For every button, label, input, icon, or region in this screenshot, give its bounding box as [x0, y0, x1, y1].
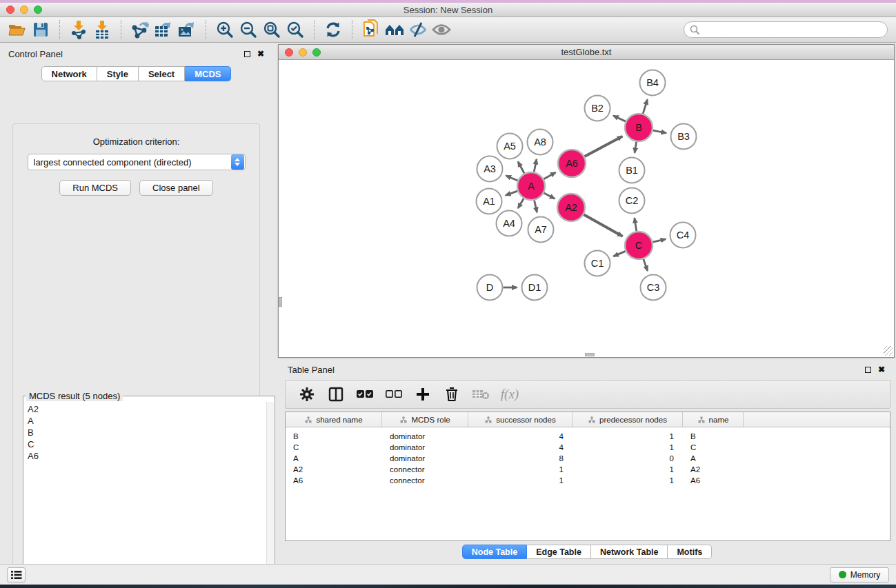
network-window-titlebar[interactable]: testGlobe.txt: [279, 45, 894, 60]
edge-B-B4[interactable]: [643, 99, 647, 114]
network-view-window: testGlobe.txt AA1A2A3A4A5A6A7A8BB1B2B3B4…: [278, 44, 895, 358]
edge-C-C3[interactable]: [644, 259, 648, 271]
edge-C-C4[interactable]: [653, 239, 666, 242]
column-header-successor-nodes[interactable]: successor nodes: [468, 412, 573, 427]
export-table-icon[interactable]: [152, 19, 175, 40]
edge-A-A5[interactable]: [518, 161, 524, 173]
result-item[interactable]: B: [25, 427, 265, 438]
network-minimize-button[interactable]: [299, 48, 307, 57]
copy-network-icon[interactable]: [359, 19, 383, 40]
import-table-icon[interactable]: [90, 19, 114, 40]
column-header-predecessor-nodes[interactable]: predecessor nodes: [573, 412, 683, 427]
edge-A-A1[interactable]: [506, 191, 517, 195]
table-cell: connector: [382, 476, 468, 485]
select-all-icon[interactable]: [352, 383, 378, 405]
network-canvas[interactable]: AA1A2A3A4A5A6A7A8BB1B2B3B4CC1C2C3C4DD1: [279, 60, 894, 356]
edge-B-B1[interactable]: [635, 142, 637, 153]
hide-details-icon[interactable]: [406, 19, 430, 40]
zoom-in-icon[interactable]: [213, 19, 237, 40]
close-window-button[interactable]: [6, 6, 14, 14]
table-row[interactable]: Bdominator41B: [286, 431, 890, 442]
minimize-window-button[interactable]: [20, 6, 28, 14]
table-cell: A6: [286, 476, 382, 485]
import-network-icon[interactable]: [67, 19, 90, 40]
edge-A-A4[interactable]: [518, 199, 524, 208]
edge-A2-C[interactable]: [584, 214, 622, 236]
result-scrollbar[interactable]: [266, 402, 274, 588]
search-input[interactable]: [684, 21, 888, 38]
column-header-label: MCDS role: [411, 416, 450, 424]
tab-style[interactable]: Style: [97, 66, 139, 81]
result-item[interactable]: C: [25, 438, 265, 450]
node-table[interactable]: shared nameMCDS rolesuccessor nodesprede…: [285, 412, 890, 541]
criterion-dropdown[interactable]: largest connected component (directed): [28, 154, 246, 170]
edge-A-A7[interactable]: [535, 200, 537, 212]
save-icon[interactable]: [29, 19, 52, 40]
app-titlebar: Session: New Session: [0, 3, 896, 17]
table-cell: A: [286, 454, 382, 463]
table-row[interactable]: Cdominator41C: [286, 442, 890, 453]
show-details-icon[interactable]: [430, 19, 453, 40]
edge-A6-B[interactable]: [585, 136, 623, 156]
table-cell: 1: [573, 476, 683, 485]
network-overview-icon[interactable]: [383, 19, 406, 40]
edge-A-A2[interactable]: [544, 193, 555, 199]
tab-node-table[interactable]: Node Table: [462, 545, 527, 559]
result-item[interactable]: A6: [25, 450, 265, 462]
gear-icon[interactable]: [294, 383, 320, 405]
horizontal-scroll-thumb[interactable]: [585, 353, 595, 356]
tab-edge-table[interactable]: Edge Table: [527, 545, 591, 559]
column-header-shared-name[interactable]: shared name: [286, 412, 382, 427]
delete-table-icon[interactable]: [468, 383, 494, 405]
tab-network[interactable]: Network: [41, 66, 97, 81]
memory-button[interactable]: Memory: [830, 567, 889, 582]
table-row[interactable]: Adominator80A: [286, 453, 890, 464]
zoom-selected-icon[interactable]: [283, 19, 307, 40]
edge-A-A3[interactable]: [506, 176, 518, 181]
graph-node-label: B4: [646, 77, 659, 88]
tab-select[interactable]: Select: [139, 66, 185, 81]
table-row[interactable]: A6connector11A6: [286, 475, 890, 486]
result-item[interactable]: A: [25, 415, 265, 427]
float-table-panel-icon[interactable]: [865, 367, 871, 373]
toolbar-separator: [352, 20, 352, 39]
network-zoom-button[interactable]: [312, 48, 321, 57]
close-table-panel-icon[interactable]: ✖: [878, 365, 885, 374]
edge-C-C2[interactable]: [635, 218, 637, 231]
refresh-icon[interactable]: [321, 19, 345, 40]
zoom-fit-icon[interactable]: [260, 19, 283, 40]
function-builder-icon[interactable]: f(x): [497, 383, 523, 405]
edge-B-B2[interactable]: [613, 116, 626, 121]
split-columns-icon[interactable]: [323, 383, 349, 405]
float-panel-icon[interactable]: [244, 51, 250, 57]
network-window-title: testGlobe.txt: [279, 47, 894, 57]
edge-A-A8[interactable]: [534, 159, 537, 172]
result-item[interactable]: A2: [25, 403, 265, 415]
add-column-icon[interactable]: [410, 383, 436, 405]
zoom-out-icon[interactable]: [237, 19, 260, 40]
vertical-scroll-thumb[interactable]: [279, 297, 282, 307]
column-header-name[interactable]: name: [683, 412, 744, 427]
tab-network-table[interactable]: Network Table: [591, 545, 668, 559]
open-folder-icon[interactable]: [6, 19, 29, 40]
zoom-window-button[interactable]: [34, 6, 42, 14]
mcds-result-list[interactable]: A2ABCA6: [25, 403, 265, 588]
network-close-button[interactable]: [285, 48, 293, 57]
edge-B-B3[interactable]: [653, 130, 666, 133]
edge-C-C1[interactable]: [613, 251, 625, 256]
export-image-icon[interactable]: [175, 19, 199, 40]
close-panel-button[interactable]: Close panel: [139, 180, 213, 196]
deselect-all-icon[interactable]: [381, 383, 407, 405]
delete-column-icon[interactable]: [439, 383, 465, 405]
export-network-icon[interactable]: [128, 19, 152, 40]
resize-grip[interactable]: [884, 346, 893, 356]
column-header-MCDS-role[interactable]: MCDS role: [382, 412, 468, 427]
tab-mcds[interactable]: MCDS: [185, 66, 231, 81]
table-row[interactable]: A2connector11A2: [286, 464, 890, 475]
close-panel-icon[interactable]: ✖: [257, 49, 264, 59]
list-icon: [11, 570, 22, 580]
edge-A-A6[interactable]: [544, 172, 555, 179]
tab-motifs[interactable]: Motifs: [668, 545, 712, 559]
run-mcds-button[interactable]: Run MCDS: [59, 180, 131, 196]
task-history-button[interactable]: [7, 567, 26, 582]
